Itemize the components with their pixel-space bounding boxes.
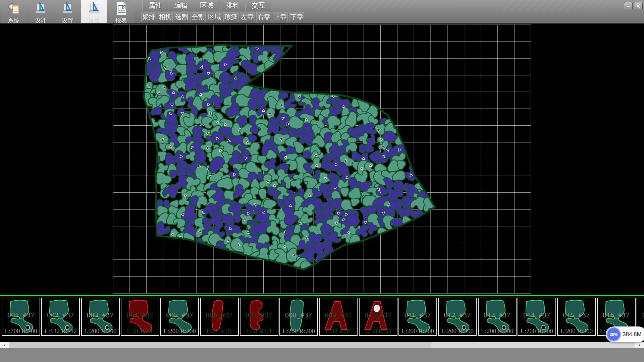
- menu-nesting[interactable]: 排料: [220, 0, 246, 11]
- piece-lr-count-label: L:200 R:200: [161, 327, 198, 335]
- scroll-right-arrow[interactable]: ›: [635, 342, 644, 348]
- piece-lr-count-label: L:200 R:200: [280, 327, 317, 335]
- piece-name-label: 013_#37: [479, 311, 516, 319]
- piece-name-label: 014_#37: [518, 311, 555, 319]
- piece-name-label: 016_#37: [598, 311, 635, 319]
- piece-lr-count-label: L:32 R:31: [320, 327, 357, 335]
- thumbnail-item[interactable]: 015_#37L:200 R:200: [557, 298, 596, 336]
- piece-name-label: 001_#37: [2, 311, 40, 319]
- app-window: 系统 设计: [0, 0, 644, 362]
- piece-name-label: 007_#37: [240, 311, 278, 319]
- status-bar: [0, 348, 644, 362]
- thumbnail-item[interactable]: 008_#37L:200 R:200: [279, 298, 318, 336]
- tool-camera[interactable]: 相机: [158, 12, 173, 22]
- piece-name-label: 008_#37: [280, 311, 317, 319]
- menu-properties[interactable]: 属性: [142, 0, 168, 11]
- piece-lr-count-label: L:200 R:200: [82, 327, 119, 335]
- tool-select-cut[interactable]: 选割: [174, 12, 189, 22]
- piece-name-label: 012_#37: [439, 311, 476, 319]
- report-button[interactable]: 报表: [108, 0, 134, 23]
- piece-lr-count-label: L:200 R:200: [558, 327, 595, 335]
- report-document-icon: [114, 0, 128, 17]
- tool-bar: 聚排 相机 选割 全割 区域 瑕疵 左靠 右靠 上靠 下靠: [141, 12, 304, 22]
- layout-button-label: 排版: [89, 17, 100, 24]
- minimize-button[interactable]: –: [624, 2, 633, 10]
- thumbnail-item[interactable]: 012_#37L:200 R:200: [438, 298, 477, 336]
- tool-align-left[interactable]: 左靠: [240, 12, 255, 22]
- piece-lr-count-label: L:33 R:33: [360, 327, 397, 335]
- tool-align-bottom[interactable]: 下靠: [289, 12, 304, 22]
- piece-lr-count-label: L:200 R:200: [399, 327, 436, 335]
- menu-interact[interactable]: 交互: [246, 0, 271, 11]
- tool-defect[interactable]: 瑕疵: [223, 12, 238, 22]
- thumbnail-item[interactable]: 003_#37L:200 R:200: [81, 298, 120, 336]
- horizontal-scrollbar[interactable]: ‹ ›: [0, 342, 644, 348]
- close-button[interactable]: ✕: [634, 2, 643, 10]
- thumbnail-item[interactable]: 011_#37L:200 R:200: [398, 298, 437, 336]
- piece-name-label: 015_#37: [558, 311, 595, 319]
- piece-name-label: 011_#37: [399, 311, 436, 319]
- piece-lr-count-label: L:200 R:200: [479, 327, 516, 335]
- memory-indicator[interactable]: 38% 384.8M: [606, 326, 644, 342]
- thumbnail-item[interactable]: 007_#37L:31 R:31: [240, 298, 278, 336]
- thumbnail-item[interactable]: 005_#37L:200 R:200: [160, 298, 199, 336]
- toolbar: 系统 设计: [0, 0, 644, 23]
- thumbnail-item[interactable]: 004_#37L:31 R:31: [121, 298, 159, 336]
- layout-button-selected[interactable]: 排版: [81, 0, 107, 23]
- main-button-group: 系统 设计: [1, 0, 134, 23]
- thumbnail-item[interactable]: 009_#37L:32 R:31: [319, 298, 358, 336]
- ruler-laptop-icon: [33, 0, 48, 17]
- settings-button[interactable]: 设置: [54, 0, 80, 23]
- piece-lr-count-label: L:31 R:31: [121, 327, 159, 335]
- ruler-laptop-icon: [87, 0, 102, 17]
- piece-lr-count-label: L:200 R:200: [439, 327, 476, 335]
- system-button-label: 系统: [8, 17, 19, 24]
- settings-button-label: 设置: [62, 17, 73, 24]
- gear-document-icon: [6, 0, 21, 17]
- piece-name-label: 003_#37: [82, 311, 119, 319]
- menu-bar: 属性 编辑 区域 排料 交互: [142, 0, 271, 11]
- memory-percent-badge: 38%: [606, 327, 621, 342]
- piece-lr-count-label: L:700 R:700: [2, 327, 40, 335]
- tool-align-right[interactable]: 右靠: [256, 12, 271, 22]
- memory-value: 384.8M: [623, 331, 642, 338]
- ruler-laptop-icon: [60, 0, 75, 17]
- piece-name-label: 010_#37: [360, 311, 397, 319]
- piece-name-label: 005_#37: [161, 311, 198, 319]
- piece-lr-count-label: L:21 R:21: [201, 327, 238, 335]
- piece-name-label: 004_#37: [121, 311, 159, 319]
- menu-edit[interactable]: 编辑: [168, 0, 194, 11]
- thumbnail-item[interactable]: 013_#37L:200 R:200: [478, 298, 517, 336]
- thumbnail-item[interactable]: 014_#37L:200 R:200: [518, 298, 556, 336]
- piece-name-label: 002_#37: [42, 311, 79, 319]
- piece-name-label: 017_#37: [637, 311, 644, 319]
- report-button-label: 报表: [115, 17, 127, 24]
- thumbnail-item[interactable]: 006_#37L:21 R:21: [200, 298, 239, 336]
- scrollbar-thumb[interactable]: [9, 342, 431, 348]
- scroll-left-arrow[interactable]: ‹: [0, 342, 9, 348]
- design-button[interactable]: 设计: [28, 0, 54, 23]
- thumbnail-item[interactable]: 001_#37L:700 R:700: [2, 298, 40, 336]
- piece-name-label: 006_#37: [201, 311, 238, 319]
- thumbnail-item[interactable]: 010_#37L:33 R:33: [359, 298, 397, 336]
- design-button-label: 设计: [35, 17, 46, 24]
- piece-thumbnail-strip: 001_#37L:700 R:700002_#37L:132 R:132003_…: [0, 296, 644, 342]
- tool-cut-all[interactable]: 全割: [191, 12, 206, 22]
- nested-pieces-layer: [137, 37, 436, 277]
- tool-region[interactable]: 区域: [207, 12, 222, 22]
- tool-cluster-nest[interactable]: 聚排: [141, 12, 156, 22]
- menu-region[interactable]: 区域: [194, 0, 220, 11]
- piece-lr-count-label: L:132 R:132: [42, 327, 79, 335]
- piece-name-label: 009_#37: [320, 311, 357, 319]
- tool-align-top[interactable]: 上靠: [273, 12, 288, 22]
- system-button[interactable]: 系统: [1, 0, 27, 23]
- thumbnail-item[interactable]: 002_#37L:132 R:132: [41, 298, 80, 336]
- piece-lr-count-label: L:200 R:200: [518, 327, 555, 335]
- piece-lr-count-label: L:31 R:31: [240, 327, 278, 335]
